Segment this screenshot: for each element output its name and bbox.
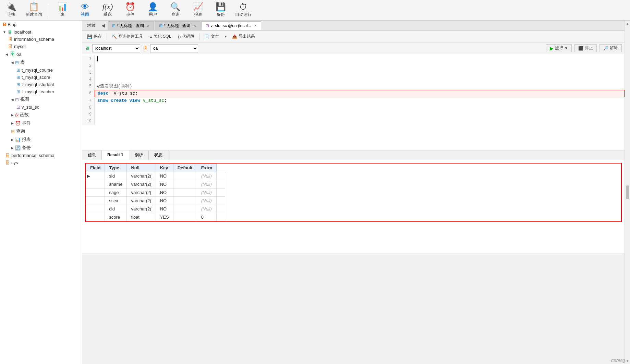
sidebar-item-backups-folder[interactable]: ▶ 🔄 备份	[0, 144, 82, 152]
toolbar-query-label: 查询	[171, 12, 180, 17]
sidebar-sys-label: sys	[11, 160, 18, 165]
sidebar-backups-label: 备份	[22, 145, 31, 151]
cell-default: (Null)	[197, 189, 217, 197]
code-line-3: 3	[82, 69, 625, 76]
toolbar-event[interactable]: ⏰ 事件	[122, 3, 139, 17]
reports-expand-icon: ▶	[11, 138, 14, 142]
toolbar-report[interactable]: 📈 报表	[190, 3, 207, 17]
result-tab-result1[interactable]: Result 1	[102, 150, 129, 160]
cell-field: sid	[105, 172, 127, 180]
sidebar-item-t-mysql-teacher[interactable]: ⊞ t_mysql_teacher	[0, 88, 82, 95]
tab-object[interactable]: 对象	[84, 21, 99, 30]
toolbar-connect[interactable]: 🔌 连接	[3, 3, 20, 17]
tab-close-1[interactable]: ✕	[147, 24, 149, 28]
result-tab-profile[interactable]: 剖析	[129, 150, 149, 160]
line-num-3: 3	[82, 69, 95, 76]
tab-close-3[interactable]: ✕	[254, 24, 257, 27]
sidebar-item-mysql[interactable]: 🗄 mysql	[0, 43, 82, 50]
line-content-10	[95, 118, 625, 125]
toolbar-user[interactable]: 👤 用户	[144, 3, 161, 17]
tab-back-arrow[interactable]: ◀	[99, 22, 107, 29]
cell-default: (Null)	[197, 205, 217, 213]
qt-separator-2	[199, 33, 199, 40]
cell-field: ssex	[105, 197, 127, 205]
db-icon-perf: 🗄	[5, 153, 10, 158]
connection-bar: 🖥 localhost 🗄 oa ▶ 运行 ▼ ⬛ 停止 🔎 解释	[82, 43, 625, 54]
toolbar-table-label: 表	[60, 12, 64, 17]
sidebar-item-sys[interactable]: 🗄 sys	[0, 159, 82, 166]
text-dropdown-arrow[interactable]: ▼	[224, 35, 227, 38]
save-icon: 💾	[87, 34, 92, 39]
bing-icon: B	[3, 22, 6, 27]
cell-type: float	[127, 213, 156, 221]
sidebar-item-performance-schema[interactable]: 🗄 performance_schema	[0, 152, 82, 159]
toolbar-query[interactable]: 🔍 查询	[167, 3, 184, 17]
right-scrollbar[interactable]: ▲ ▼	[625, 21, 630, 364]
col-header-default: Default	[173, 164, 197, 172]
sidebar-item-t-mysql-course[interactable]: ⊞ t_mysql_course	[0, 66, 82, 74]
col-header-null: Null	[127, 164, 156, 172]
sidebar-item-funcs-folder[interactable]: ▶ fx 函数	[0, 111, 82, 119]
tab-icon-3: ⊡	[206, 23, 209, 28]
line-num-5: 5	[82, 83, 95, 90]
tab-untitled-2[interactable]: ⊞ * 无标题 - 查询 ✕	[155, 21, 201, 30]
tab-untitled-1[interactable]: ⊞ * 无标题 - 查询 ✕	[108, 21, 154, 30]
connection-select[interactable]: localhost	[92, 44, 140, 52]
sidebar-item-views-folder[interactable]: ◀ ⊡ 视图	[0, 95, 82, 104]
code-line-9: 9	[82, 111, 625, 118]
export-button[interactable]: 📤 导出结果	[230, 33, 257, 40]
sidebar-item-t-mysql-student[interactable]: ⊞ t_mysql_student	[0, 81, 82, 88]
code-editor[interactable]: 1 2 3 4 5 ◎查看视图(两种)	[82, 54, 625, 150]
tab-v-stu-sc[interactable]: ⊡ v_stu_sc @oa (local... ✕	[201, 21, 261, 30]
toolbar-new-query[interactable]: 📋 新建查询	[25, 3, 43, 17]
stop-button[interactable]: ⬛ 停止	[574, 44, 597, 52]
code-snippet-button[interactable]: () 代码段	[176, 33, 196, 40]
text-button[interactable]: 📄 文本	[202, 33, 221, 40]
col-header-field: Field	[86, 164, 105, 172]
sidebar-teacher-label: t_mysql_teacher	[22, 89, 54, 94]
tab-bar: 对象 ◀ ⊞ * 无标题 - 查询 ✕ ⊞ * 无标题 - 查询 ✕ ⊡ v_s…	[82, 21, 625, 31]
sidebar-item-information-schema[interactable]: 🗄 information_schema	[0, 36, 82, 43]
result-tab-status[interactable]: 状态	[149, 150, 168, 160]
tables-folder-icon: ⊞	[15, 60, 19, 65]
sidebar-events-label: 事件	[22, 120, 31, 126]
sidebar-item-reports-folder[interactable]: ▶ 📊 报表	[0, 135, 82, 144]
export-icon: 📤	[232, 34, 237, 39]
sidebar-item-events-folder[interactable]: ▶ ⏰ 事件	[0, 119, 82, 127]
run-button[interactable]: ▶ 运行 ▼	[546, 44, 572, 52]
database-select[interactable]: oa	[150, 44, 198, 52]
toolbar-autorun[interactable]: ⏱ 自动运行	[235, 3, 252, 17]
save-label: 保存	[94, 34, 102, 39]
toolbar-table[interactable]: 📊 表	[54, 3, 71, 17]
text-label: 文本	[211, 34, 219, 39]
col-header-extra: Extra	[197, 164, 217, 172]
sidebar-item-bing[interactable]: B Bing	[0, 21, 82, 28]
tab-close-2[interactable]: ✕	[193, 24, 196, 28]
row-arrow: ▶	[86, 172, 105, 180]
sidebar-funcs-label: 函数	[20, 112, 29, 118]
explain-button[interactable]: 🔎 解释	[599, 44, 622, 52]
query-builder-label: 查询创建工具	[118, 34, 143, 39]
toolbar-backup[interactable]: 💾 备份	[212, 3, 229, 17]
toolbar-view[interactable]: 👁 视图	[76, 3, 94, 17]
query-toolbar: 💾 保存 🔨 查询创建工具 ≡ 美化 SQL () 代码段 📄 文本 ▼	[82, 31, 625, 43]
cell-default: 0	[197, 213, 217, 221]
table-icon-teacher: ⊞	[16, 89, 20, 94]
cell-key	[173, 180, 197, 189]
sidebar-item-localhost[interactable]: ▼ 🖥 localhost	[0, 28, 82, 36]
table-icon-student: ⊞	[16, 82, 20, 87]
sidebar-item-v-stu-sc[interactable]: ⊡ v_stu_sc	[0, 104, 82, 111]
run-dropdown-icon[interactable]: ▼	[565, 46, 568, 50]
beautify-button[interactable]: ≡ 美化 SQL	[148, 33, 173, 40]
sidebar-item-oa[interactable]: ◀ 🗄 oa	[0, 50, 82, 58]
query-builder-button[interactable]: 🔨 查询创建工具	[110, 33, 145, 40]
toolbar-func[interactable]: f(x) 函数	[99, 3, 116, 17]
result-tab-info[interactable]: 信息	[82, 150, 102, 160]
funcs-expand-icon: ▶	[11, 113, 14, 117]
sidebar-item-t-mysql-score[interactable]: ⊞ t_mysql_score	[0, 74, 82, 81]
save-button[interactable]: 💾 保存	[85, 33, 104, 40]
sidebar-item-queries-folder[interactable]: ⊞ 查询	[0, 127, 82, 135]
sidebar-item-tables-folder[interactable]: ◀ ⊞ 表	[0, 58, 82, 66]
sidebar-information-label: information_schema	[14, 37, 54, 42]
line-content-8	[95, 104, 625, 111]
